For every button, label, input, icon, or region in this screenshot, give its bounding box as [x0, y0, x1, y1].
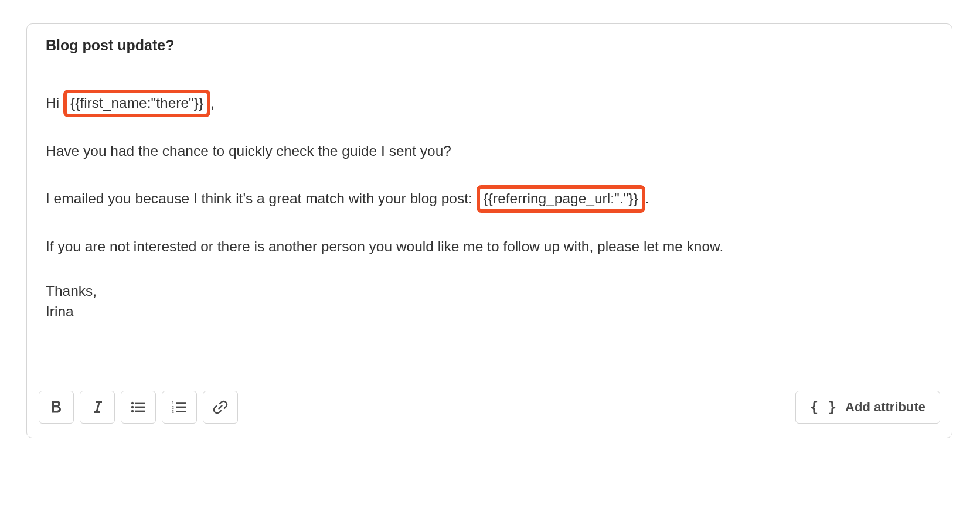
svg-text:3: 3 [172, 410, 174, 414]
svg-rect-9 [176, 407, 186, 408]
add-attribute-label: Add attribute [845, 400, 925, 415]
svg-text:1: 1 [172, 401, 174, 405]
numbered-list-button[interactable]: 1 2 3 [162, 391, 197, 424]
svg-rect-1 [135, 403, 145, 404]
svg-rect-5 [135, 411, 145, 412]
greeting-line: Hi {{first_name:"there"}}, [46, 90, 933, 117]
body-line-2: I emailed you because I think it's a gre… [46, 185, 933, 213]
merge-tag-referring-url-text: {{referring_page_url:"."}} [484, 190, 638, 206]
svg-rect-7 [176, 402, 186, 404]
signature-line: Irina [46, 301, 933, 322]
page-canvas: Blog post update? Hi {{first_name:"there… [0, 0, 980, 532]
bullet-list-button[interactable] [121, 391, 156, 424]
email-body-editor[interactable]: Hi {{first_name:"there"}}, Have you had … [27, 66, 952, 383]
svg-point-0 [131, 402, 134, 404]
signoff-line: Thanks, [46, 281, 933, 302]
subject-text: Blog post update? [46, 37, 174, 53]
bold-button[interactable] [39, 391, 74, 424]
merge-tag-referring-url[interactable]: {{referring_page_url:"."}} [477, 185, 645, 213]
email-editor-card: Blog post update? Hi {{first_name:"there… [26, 23, 952, 438]
merge-tag-first-name-text: {{first_name:"there"}} [70, 95, 203, 111]
body-line-3: If you are not interested or there is an… [46, 236, 933, 257]
numbered-list-icon: 1 2 3 [171, 400, 188, 414]
add-attribute-button[interactable]: { } Add attribute [795, 391, 940, 424]
bullet-list-icon [130, 400, 147, 414]
italic-icon [90, 400, 104, 415]
body-line-2-suffix: . [645, 190, 649, 206]
link-button[interactable] [203, 391, 238, 424]
toolbar-left-group: 1 2 3 [39, 391, 238, 424]
svg-text:2: 2 [172, 405, 174, 410]
merge-tag-first-name[interactable]: {{first_name:"there"}} [63, 90, 210, 117]
link-icon [213, 400, 228, 415]
subject-row[interactable]: Blog post update? [27, 24, 952, 66]
body-line-1: Have you had the chance to quickly check… [46, 141, 933, 162]
greeting-suffix: , [210, 95, 215, 111]
greeting-prefix: Hi [46, 95, 63, 111]
svg-point-2 [131, 406, 134, 408]
italic-button[interactable] [80, 391, 115, 424]
svg-rect-11 [176, 411, 186, 412]
svg-rect-3 [135, 407, 145, 408]
braces-icon: { } [810, 399, 837, 415]
editor-toolbar: 1 2 3 [27, 383, 952, 438]
bold-icon [49, 400, 63, 415]
body-line-2-prefix: I emailed you because I think it's a gre… [46, 190, 477, 206]
svg-point-4 [131, 410, 134, 412]
